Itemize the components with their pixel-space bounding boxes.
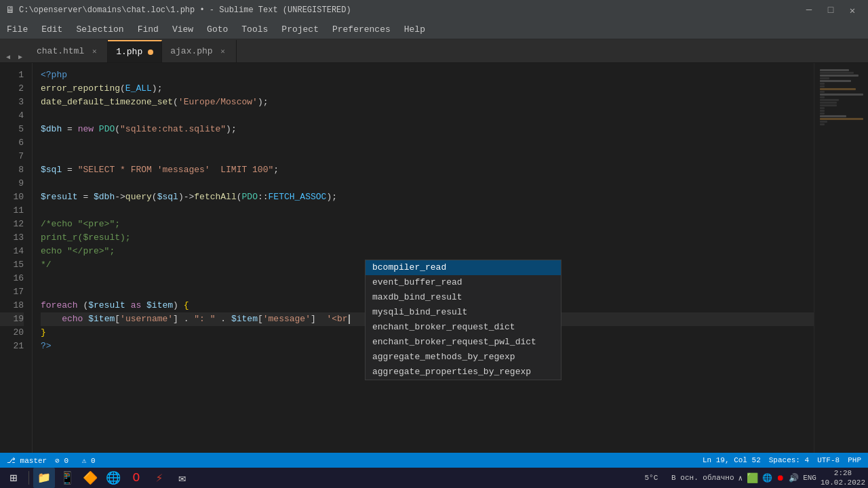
taskbar-right: 5°C В осн. облачно ∧ 🟩 🌐 ⏺ 🔊 ENG 2:28 10… [645, 468, 865, 488]
ac-item-4[interactable]: enchant_broker_request_dict [366, 320, 561, 335]
menu-goto[interactable]: Goto [200, 20, 235, 39]
ln-19: 19 [0, 312, 24, 326]
ac-item-2[interactable]: maxdb_bind_result [366, 290, 561, 305]
taskbar-volume-icon[interactable]: 🔊 [789, 473, 799, 483]
titlebar-title: C:\openserver\domains\chat.loc\1.php • -… [19, 5, 351, 15]
tab-arrows: ◀ ▶ [0, 52, 28, 62]
menu-file[interactable]: File [0, 20, 35, 39]
code-line-3: date_default_timezone_set('Europe/Moscow… [41, 96, 814, 109]
taskbar-network-icon[interactable]: 🌐 [762, 473, 772, 483]
ac-item-1[interactable]: event_buffer_read [366, 275, 561, 290]
menu-selection[interactable]: Selection [69, 20, 130, 39]
status-errors[interactable]: ⊘ 0 ⚠ 0 [55, 456, 95, 465]
menu-project[interactable]: Project [275, 20, 326, 39]
taskbar-arrow-icon[interactable]: ∧ [738, 474, 743, 483]
tab-ajaxphp-close[interactable]: ✕ [218, 47, 228, 56]
ln-3: 3 [0, 96, 24, 109]
taskbar-record-icon[interactable]: ⏺ [776, 473, 785, 483]
menubar: File Edit Selection Find View Goto Tools… [0, 20, 868, 39]
taskbar-viber-icon[interactable]: 📱 [56, 468, 78, 488]
status-encoding[interactable]: UTF-8 [817, 456, 840, 464]
code-line-4 [41, 109, 814, 123]
status-line-col[interactable]: Ln 19, Col 52 [703, 456, 761, 464]
ln-11: 11 [0, 204, 24, 218]
taskbar-date: 10.02.2022 [821, 478, 865, 487]
code-line-1: <?php [41, 68, 814, 82]
ln-10: 10 [0, 190, 24, 204]
ln-20: 20 [0, 326, 24, 340]
titlebar: 🖥 C:\openserver\domains\chat.loc\1.php •… [0, 0, 868, 20]
taskbar-sublime-icon[interactable]: 🔶 [79, 468, 101, 488]
tab-ajaxphp[interactable]: ajax.php ✕ [162, 40, 236, 62]
ln-17: 17 [0, 285, 24, 299]
tab-1php-modified-dot [148, 49, 153, 55]
ln-8: 8 [0, 163, 24, 177]
maximize-button[interactable]: □ [821, 0, 841, 20]
tab-chathtml[interactable]: chat.html ✕ [28, 40, 108, 62]
taskbar: ⊞ 📁 📱 🔶 🌐 O ⚡ ✉ 5°C В осн. облачно ∧ 🟩 🌐… [0, 468, 868, 488]
code-line-7 [41, 150, 814, 163]
taskbar-lang[interactable]: ENG [803, 474, 816, 482]
taskbar-filezilla-icon[interactable]: ⚡ [149, 468, 170, 488]
tab-next-arrow[interactable]: ▶ [15, 52, 26, 62]
taskbar-mail-icon[interactable]: ✉ [172, 468, 193, 488]
tab-1php-label: 1.php [116, 47, 142, 57]
menu-find[interactable]: Find [131, 20, 165, 39]
taskbar-start-button[interactable]: ⊞ [3, 468, 24, 488]
close-button[interactable]: ✕ [842, 0, 863, 20]
code-line-2: error_reporting(E_ALL); [41, 82, 814, 96]
code-line-14: echo "</pre>"; [41, 245, 814, 258]
code-area[interactable]: <?php error_reporting(E_ALL); date_defau… [33, 63, 814, 468]
tab-ajaxphp-label: ajax.php [170, 46, 212, 56]
ac-item-0[interactable]: bcompiler_read [366, 260, 561, 275]
tab-prev-arrow[interactable]: ◀ [3, 52, 14, 62]
ln-15: 15 [0, 258, 24, 272]
tab-1php[interactable]: 1.php [108, 40, 162, 62]
taskbar-weather: 5°C В осн. облачно [645, 474, 734, 482]
taskbar-opera-icon[interactable]: O [125, 468, 147, 488]
editor-container: 1 2 3 4 5 6 7 8 9 10 11 12 13 14 15 16 1… [0, 63, 868, 468]
taskbar-left: ⊞ 📁 📱 🔶 🌐 O ⚡ ✉ [3, 468, 193, 488]
ln-12: 12 [0, 218, 24, 231]
taskbar-clock[interactable]: 2:28 10.02.2022 [821, 468, 865, 488]
menu-preferences[interactable]: Preferences [326, 20, 397, 39]
menu-help[interactable]: Help [397, 20, 432, 39]
taskbar-time: 2:28 [821, 468, 865, 478]
code-line-5: $dbh = new PDO("sqlite:chat.sqlite"); [41, 123, 814, 136]
status-spaces[interactable]: Spaces: 4 [769, 456, 809, 464]
taskbar-explorer-icon[interactable]: 📁 [33, 468, 55, 488]
ac-item-6[interactable]: aggregate_methods_by_regexp [366, 350, 561, 365]
tab-chathtml-close[interactable]: ✕ [90, 47, 99, 56]
tab-chathtml-label: chat.html [37, 46, 84, 56]
ln-4: 4 [0, 109, 24, 123]
menu-view[interactable]: View [165, 20, 200, 39]
ln-1: 1 [0, 68, 24, 82]
status-language[interactable]: PHP [848, 456, 861, 464]
ln-7: 7 [0, 150, 24, 163]
ln-18: 18 [0, 299, 24, 312]
taskbar-flag-icon[interactable]: 🟩 [747, 472, 758, 484]
code-line-10: $result = $dbh->query($sql)->fetchAll(PD… [41, 190, 814, 204]
app-icon: 🖥 [5, 5, 15, 16]
ln-14: 14 [0, 245, 24, 258]
taskbar-chrome-icon[interactable]: 🌐 [102, 468, 124, 488]
code-line-11 [41, 204, 814, 218]
minimize-button[interactable]: ─ [799, 0, 819, 20]
tabbar: ◀ ▶ chat.html ✕ 1.php ajax.php ✕ [0, 39, 868, 63]
titlebar-left: 🖥 C:\openserver\domains\chat.loc\1.php •… [5, 5, 351, 16]
menu-tools[interactable]: Tools [235, 20, 275, 39]
line-numbers: 1 2 3 4 5 6 7 8 9 10 11 12 13 14 15 16 1… [0, 63, 33, 468]
ac-item-3[interactable]: mysqli_bind_result [366, 305, 561, 320]
status-branch[interactable]: ⎇ master [7, 456, 47, 465]
minimap [814, 63, 868, 468]
statusbar-left: ⎇ master ⊘ 0 ⚠ 0 [7, 456, 96, 465]
ln-21: 21 [0, 340, 24, 353]
ln-2: 2 [0, 82, 24, 96]
ac-item-5[interactable]: enchant_broker_request_pwl_dict [366, 335, 561, 350]
code-line-13: print_r($result); [41, 231, 814, 245]
menu-edit[interactable]: Edit [35, 20, 69, 39]
ac-item-7[interactable]: aggregate_properties_by_regexp [366, 365, 561, 380]
titlebar-controls: ─ □ ✕ [799, 0, 863, 20]
statusbar-right: Ln 19, Col 52 Spaces: 4 UTF-8 PHP [703, 456, 861, 464]
ln-16: 16 [0, 272, 24, 285]
